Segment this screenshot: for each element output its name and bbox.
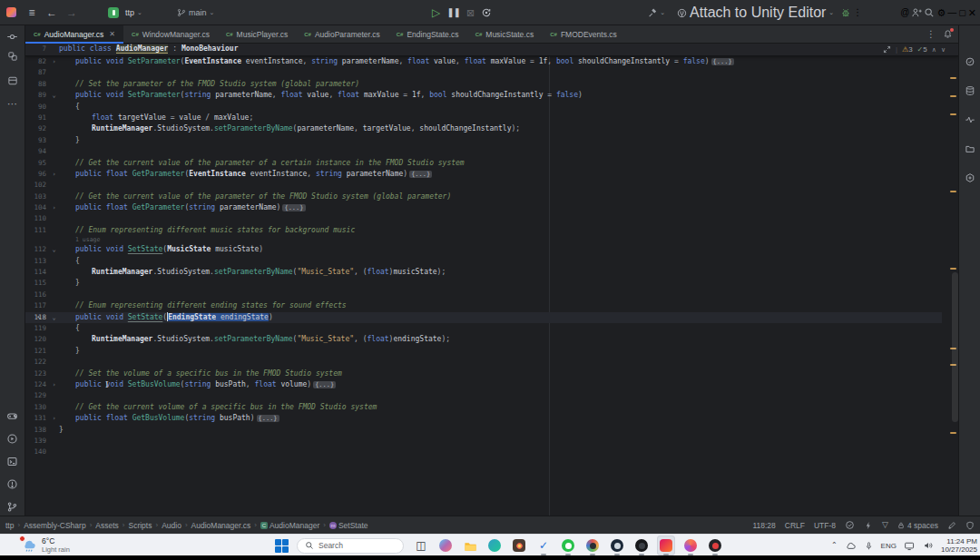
code-line[interactable]: 82›public void SetParameter(EventInstanc…: [25, 56, 942, 67]
terminal-icon[interactable]: [0, 456, 24, 467]
code-editor[interactable]: 7public class AudioManager : MonoBehavio…: [25, 44, 958, 516]
gutter-line-number[interactable]: 111: [25, 225, 49, 236]
gutter-line-number[interactable]: 122: [25, 357, 49, 368]
caret-position[interactable]: 118:28: [752, 521, 775, 530]
warning-stripe-mark[interactable]: [950, 432, 956, 434]
fold-marker[interactable]: ›: [49, 169, 59, 180]
more-tool-windows-icon[interactable]: ⋯: [0, 98, 24, 110]
code-line[interactable]: 110: [25, 213, 942, 224]
code-with-me-icon[interactable]: @: [900, 8, 909, 17]
write-access-pen-icon[interactable]: [947, 521, 956, 530]
gutter-line-number[interactable]: 117: [25, 300, 49, 311]
code-line[interactable]: 93}: [25, 135, 942, 146]
gutter-line-number[interactable]: 7: [25, 44, 49, 54]
tray-chevron-up-icon[interactable]: ⌃: [831, 542, 838, 549]
gamepad-unity-icon[interactable]: [0, 410, 24, 422]
taskbar-app-copilot[interactable]: [436, 535, 455, 555]
gutter-line-number[interactable]: 121: [25, 346, 49, 357]
inspections-widget[interactable]: | ⚠3 ✓5 ∧ ∨: [883, 45, 946, 54]
code-line[interactable]: 90{: [25, 102, 942, 113]
branch-widget[interactable]: main ⌄: [172, 6, 219, 19]
highlighting-level-icon[interactable]: ▽: [882, 521, 888, 529]
code-line[interactable]: 138}: [25, 425, 942, 436]
rerun-profiler-icon[interactable]: [481, 7, 492, 18]
gutter-line-number[interactable]: 123: [25, 368, 49, 379]
chevron-down-icon[interactable]: ⌄: [660, 9, 665, 16]
unity-explorer-icon[interactable]: [959, 172, 980, 183]
close-tab-icon[interactable]: ✕: [109, 30, 115, 38]
code-line[interactable]: 103// Get the current value of the param…: [25, 192, 942, 202]
minimize-icon[interactable]: —: [947, 8, 956, 17]
code-line[interactable]: 116: [25, 290, 942, 300]
fold-marker[interactable]: ›: [49, 202, 59, 213]
database-icon[interactable]: [959, 85, 980, 96]
search-icon[interactable]: [924, 7, 935, 18]
taskbar-search[interactable]: Search: [297, 538, 404, 554]
code-line[interactable]: 124›public void SetBusVolume(string busP…: [25, 379, 942, 390]
code-line[interactable]: 96›public float GetParameter(EventInstan…: [25, 169, 942, 180]
gutter-arrow-icon[interactable]: ↖: [37, 312, 42, 323]
gutter-line-number[interactable]: 119: [25, 323, 49, 334]
code-line[interactable]: 104›public float GetParameter(string par…: [25, 202, 942, 213]
code-line[interactable]: 92RuntimeManager.StudioSystem.setParamet…: [25, 123, 942, 134]
usages-inlay-hint[interactable]: 1 usage: [59, 236, 100, 244]
breadcrumb-item[interactable]: CAudioManager: [260, 521, 319, 530]
gutter-line-number[interactable]: 88: [25, 79, 49, 90]
code-line[interactable]: 114RuntimeManager.StudioSystem.setParame…: [25, 267, 942, 278]
fold-marker[interactable]: ⌄: [49, 312, 59, 323]
code-lines[interactable]: 82›public void SetParameter(EventInstanc…: [25, 56, 942, 458]
back-icon[interactable]: ←: [42, 4, 62, 22]
tab-windowmanager-cs[interactable]: C#WindowManager.cs: [123, 25, 218, 43]
tab-musicplayer-cs[interactable]: C#MusicPlayer.cs: [218, 25, 296, 43]
taskbar-app-blue-check-app[interactable]: ✓: [534, 535, 553, 555]
nuget-folder-icon[interactable]: [959, 143, 980, 154]
breadcrumb-item[interactable]: Assembly-CSharp: [24, 521, 86, 530]
tab-audioparameter-cs[interactable]: C#AudioParameter.cs: [296, 25, 388, 43]
tray-clock[interactable]: 11:24 PM 10/27/2025: [941, 537, 977, 554]
main-menu-icon[interactable]: ≡: [22, 4, 42, 22]
passed-count[interactable]: ✓5: [917, 45, 927, 54]
problems-icon[interactable]: [0, 478, 24, 490]
taskbar-app-rider-active-app[interactable]: [657, 535, 675, 555]
code-line[interactable]: 139: [25, 436, 942, 447]
code-line[interactable]: 123// Set the volume of a specific bus i…: [25, 368, 942, 379]
gutter-line-number[interactable]: 96: [25, 169, 49, 180]
code-line[interactable]: 115}: [25, 278, 942, 289]
gutter-line-number[interactable]: 89: [25, 90, 49, 101]
code-line[interactable]: 112⌄public void SetState(MusicState musi…: [25, 244, 942, 255]
more-run-options-icon[interactable]: ⋮: [853, 8, 862, 17]
expand-icon[interactable]: [883, 45, 891, 54]
taskbar-app-photos-app[interactable]: [510, 535, 528, 555]
breadcrumb-item[interactable]: Audio: [162, 521, 181, 530]
gutter-line-number[interactable]: 87: [25, 67, 49, 78]
code-line[interactable]: 102: [25, 180, 942, 191]
warning-stripe-mark[interactable]: [950, 77, 956, 79]
taskbar-app-task-view[interactable]: ◫: [412, 535, 430, 555]
editor-cards-icon[interactable]: [0, 75, 24, 86]
taskbar-app-browser-app[interactable]: [583, 535, 602, 555]
inspections-ok-icon[interactable]: [845, 520, 855, 530]
prev-problem-icon[interactable]: ∧: [932, 46, 936, 54]
version-control-icon[interactable]: [0, 501, 24, 513]
code-line[interactable]: 122: [25, 357, 942, 368]
warning-stripe-mark[interactable]: [950, 268, 956, 270]
sticky-class-header[interactable]: 7public class AudioManager : MonoBehavio…: [25, 44, 958, 56]
language-indicator[interactable]: ENG: [881, 542, 897, 550]
shield-icon[interactable]: [965, 521, 975, 530]
file-encoding[interactable]: UTF-8: [814, 521, 836, 530]
breadcrumb-item[interactable]: Scripts: [128, 521, 152, 530]
gutter-line-number[interactable]: 103: [25, 192, 49, 202]
build-hammer-icon[interactable]: [647, 7, 658, 18]
taskbar-app-green-app[interactable]: [559, 535, 577, 555]
code-line[interactable]: 119{: [25, 323, 942, 334]
breadcrumb-item[interactable]: Assets: [95, 521, 119, 530]
editor-scrollbar[interactable]: [952, 272, 958, 422]
code-line[interactable]: 129: [25, 390, 942, 401]
network-display-icon[interactable]: [904, 540, 916, 552]
fold-marker[interactable]: ›: [49, 56, 59, 67]
warning-stripe-mark[interactable]: [950, 191, 956, 192]
settings-gear-icon[interactable]: ⚙: [936, 8, 946, 18]
code-line[interactable]: 91float targetValue = value / maxValue;: [25, 113, 942, 123]
gutter-line-number[interactable]: 138: [25, 425, 49, 436]
code-line[interactable]: 94: [25, 146, 942, 157]
